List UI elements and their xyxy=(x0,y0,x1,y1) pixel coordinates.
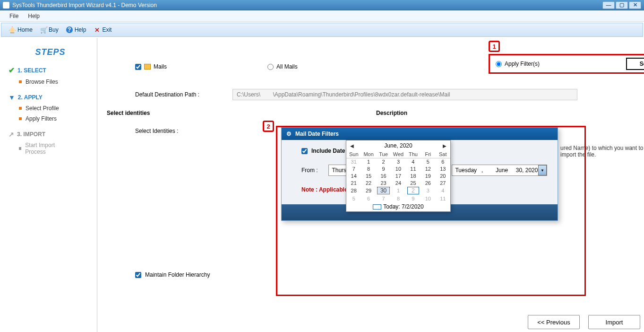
set-button[interactable]: Set... xyxy=(626,58,644,70)
bullet-icon xyxy=(19,117,22,120)
step-import: ↗ 3. IMPORT xyxy=(9,131,92,138)
calendar-day[interactable]: 27 xyxy=(436,179,450,186)
exit-icon: ✕ xyxy=(94,26,100,33)
calendar-day[interactable]: 2 xyxy=(406,186,421,195)
calendar-dow: Sun xyxy=(346,151,361,158)
toolbar: Home 🛒Buy ?Help ✕Exit xyxy=(1,23,643,37)
calendar-day[interactable]: 8 xyxy=(361,165,376,172)
calendar-day[interactable]: 11 xyxy=(406,165,421,172)
calendar-day[interactable]: 2 xyxy=(376,158,391,165)
previous-button[interactable]: << Previous xyxy=(528,315,580,329)
calendar-day[interactable]: 28 xyxy=(346,186,361,195)
calendar-prev-button[interactable]: ◀ xyxy=(350,143,354,149)
calendar-day[interactable]: 6 xyxy=(436,158,450,165)
dialog-title: Mail Date Filters xyxy=(295,131,339,137)
step-select: ✔ 1. SELECT xyxy=(9,66,92,75)
menu-help[interactable]: Help xyxy=(23,11,44,21)
calendar-day[interactable]: 10 xyxy=(391,165,405,172)
calendar-day[interactable]: 24 xyxy=(391,179,405,186)
substep-apply-filters[interactable]: Apply Filters xyxy=(19,115,92,122)
all-mails-radio-row[interactable]: All Mails xyxy=(267,63,395,70)
calendar-day[interactable]: 29 xyxy=(361,186,376,195)
include-date-checkbox[interactable] xyxy=(301,148,308,154)
from-label: From : xyxy=(301,167,323,174)
all-mails-radio[interactable] xyxy=(267,64,274,70)
apply-filters-radio[interactable] xyxy=(496,61,502,67)
calendar-day[interactable]: 19 xyxy=(421,172,435,179)
calendar-next-button[interactable]: ▶ xyxy=(443,143,447,149)
cart-icon: 🛒 xyxy=(40,26,47,33)
calendar-day[interactable]: 23 xyxy=(376,179,391,186)
destination-path-label: Default Destination Path : xyxy=(135,91,232,98)
exit-button[interactable]: ✕Exit xyxy=(90,26,115,34)
maintain-hierarchy-checkbox[interactable] xyxy=(135,272,141,278)
calendar-day[interactable]: 1 xyxy=(391,186,405,195)
help-icon: ? xyxy=(66,26,73,33)
calendar-day[interactable]: 30 xyxy=(376,186,391,195)
dropdown-icon[interactable]: ▼ xyxy=(538,165,547,175)
calendar-day[interactable]: 25 xyxy=(406,179,421,186)
close-button[interactable]: ✕ xyxy=(629,1,641,9)
calendar-day[interactable]: 4 xyxy=(436,186,450,195)
calendar-day[interactable]: 14 xyxy=(346,172,361,179)
calendar-day[interactable]: 16 xyxy=(376,172,391,179)
calendar-dow: Fri xyxy=(421,151,435,158)
mails-checkbox-row[interactable]: Mails xyxy=(135,63,267,70)
check-icon: ✔ xyxy=(9,66,15,75)
calendar-day[interactable]: 12 xyxy=(421,165,435,172)
minimize-button[interactable]: — xyxy=(602,1,615,9)
calendar-day[interactable]: 3 xyxy=(391,158,405,165)
calendar-day[interactable]: 13 xyxy=(436,165,450,172)
bullet-icon xyxy=(19,80,22,83)
help-button[interactable]: ?Help xyxy=(62,26,90,34)
calendar-day[interactable]: 31 xyxy=(346,158,361,165)
calendar-today-label: Today: 7/2/2020 xyxy=(383,203,423,210)
substep-start-import: Start Import Process xyxy=(19,142,71,155)
to-date-value: Tuesday , June 30, 2020 xyxy=(455,167,538,174)
menu-file[interactable]: File xyxy=(5,11,23,21)
substep-select-profile[interactable]: Select Profile xyxy=(19,105,92,112)
buy-button[interactable]: 🛒Buy xyxy=(36,26,62,34)
bullet-icon xyxy=(19,107,22,110)
calendar-day[interactable]: 6 xyxy=(361,195,376,202)
import-button[interactable]: Import xyxy=(588,315,640,329)
calendar-day[interactable]: 11 xyxy=(436,195,450,202)
calendar-day[interactable]: 5 xyxy=(421,158,435,165)
calendar-day[interactable]: 1 xyxy=(361,158,376,165)
steps-sidebar: STEPS ✔ 1. SELECT Browse Files ▼ 2. APPL… xyxy=(0,38,97,332)
calendar-day[interactable]: 4 xyxy=(406,158,421,165)
calendar-popup[interactable]: ◀ June, 2020 ▶ SunMonTueWedThuFriSat 311… xyxy=(346,140,451,212)
calendar-day[interactable]: 9 xyxy=(406,195,421,202)
window-titlebar: SysTools Thunderbird Import Wizard v4.1 … xyxy=(0,0,644,10)
calendar-day[interactable]: 20 xyxy=(436,172,450,179)
step-apply: ▼ 2. APPLY xyxy=(9,94,92,101)
calendar-day[interactable]: 7 xyxy=(346,165,361,172)
apply-filters-radio-row[interactable]: Apply Filter(s) xyxy=(496,61,540,67)
calendar-day[interactable]: 22 xyxy=(361,179,376,186)
menu-bar: File Help xyxy=(0,10,644,22)
destination-path-input xyxy=(232,89,577,100)
substep-browse-files[interactable]: Browse Files xyxy=(19,79,92,85)
calendar-dow: Sat xyxy=(436,151,450,158)
calendar-today-row[interactable]: Today: 7/2/2020 xyxy=(346,202,450,211)
calendar-day[interactable]: 17 xyxy=(391,172,405,179)
to-date-picker[interactable]: Tuesday , June 30, 2020 ▼ xyxy=(452,165,547,176)
calendar-day[interactable]: 21 xyxy=(346,179,361,186)
calendar-day[interactable]: 5 xyxy=(346,195,361,202)
section-identities-header: Select identities xyxy=(107,110,376,116)
calendar-month-label: June, 2020 xyxy=(384,142,412,149)
calendar-day[interactable]: 26 xyxy=(421,179,435,186)
calendar-day[interactable]: 3 xyxy=(421,186,435,195)
calendar-day[interactable]: 9 xyxy=(376,165,391,172)
mails-checkbox[interactable] xyxy=(135,64,141,70)
calendar-day[interactable]: 8 xyxy=(391,195,405,202)
calendar-day[interactable]: 7 xyxy=(376,195,391,202)
calendar-day[interactable]: 15 xyxy=(361,172,376,179)
calendar-day[interactable]: 18 xyxy=(406,172,421,179)
maximize-button[interactable]: ▢ xyxy=(616,1,628,9)
filter-icon: ▼ xyxy=(9,94,15,101)
include-date-label: Include Date xyxy=(311,148,345,154)
home-button[interactable]: Home xyxy=(5,26,36,34)
mails-label: Mails xyxy=(154,63,167,70)
calendar-day[interactable]: 10 xyxy=(421,195,435,202)
